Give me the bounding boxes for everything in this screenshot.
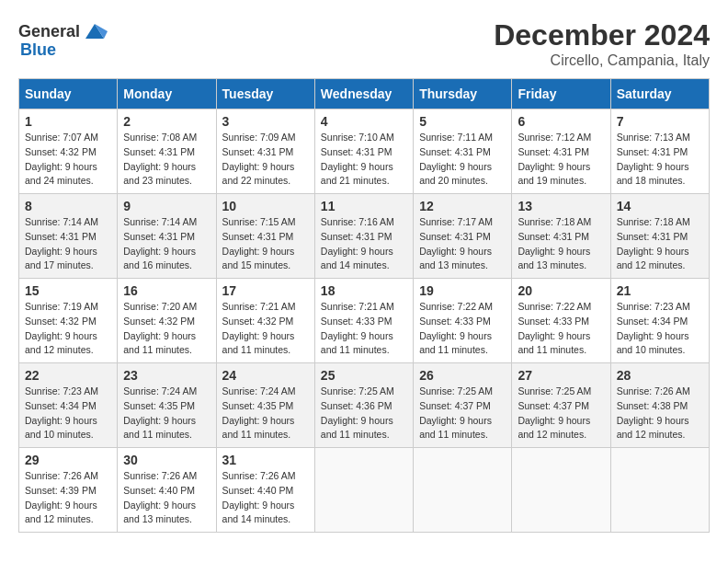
- day-number: 9: [123, 199, 210, 213]
- day-number: 3: [222, 114, 309, 129]
- day-info: Sunrise: 7:14 AMSunset: 4:31 PMDaylight:…: [123, 215, 210, 273]
- day-info: Sunrise: 7:14 AMSunset: 4:31 PMDaylight:…: [25, 215, 111, 273]
- day-info: Sunrise: 7:19 AMSunset: 4:32 PMDaylight:…: [25, 300, 111, 358]
- calendar-header-monday: Monday: [118, 79, 216, 109]
- calendar-day-cell: 24Sunrise: 7:24 AMSunset: 4:35 PMDayligh…: [216, 363, 314, 448]
- calendar-day-cell: 11Sunrise: 7:16 AMSunset: 4:31 PMDayligh…: [314, 194, 413, 279]
- day-info: Sunrise: 7:10 AMSunset: 4:31 PMDaylight:…: [321, 131, 407, 189]
- day-info: Sunrise: 7:18 AMSunset: 4:31 PMDaylight:…: [518, 215, 604, 273]
- calendar-day-cell: 5Sunrise: 7:11 AMSunset: 4:31 PMDaylight…: [414, 109, 512, 194]
- calendar-day-cell: 4Sunrise: 7:10 AMSunset: 4:31 PMDaylight…: [314, 109, 413, 194]
- calendar-day-cell: 7Sunrise: 7:13 AMSunset: 4:31 PMDaylight…: [610, 109, 709, 194]
- day-number: 27: [518, 368, 604, 383]
- day-number: 25: [321, 368, 407, 383]
- day-info: Sunrise: 7:25 AMSunset: 4:37 PMDaylight:…: [518, 385, 604, 442]
- day-number: 26: [419, 368, 506, 383]
- logo-general-text: General: [18, 22, 80, 41]
- calendar-day-cell: 9Sunrise: 7:14 AMSunset: 4:31 PMDaylight…: [118, 194, 216, 279]
- day-number: 8: [25, 199, 111, 213]
- day-info: Sunrise: 7:25 AMSunset: 4:37 PMDaylight:…: [419, 385, 506, 442]
- calendar-day-cell: 29Sunrise: 7:26 AMSunset: 4:39 PMDayligh…: [19, 448, 118, 533]
- calendar-day-cell: 31Sunrise: 7:26 AMSunset: 4:40 PMDayligh…: [216, 448, 314, 533]
- day-number: 15: [25, 283, 111, 298]
- calendar-day-cell: [414, 448, 512, 533]
- calendar-day-cell: 27Sunrise: 7:25 AMSunset: 4:37 PMDayligh…: [512, 363, 610, 448]
- calendar-header-wednesday: Wednesday: [314, 79, 413, 109]
- day-info: Sunrise: 7:25 AMSunset: 4:36 PMDaylight:…: [321, 385, 407, 442]
- calendar-day-cell: 16Sunrise: 7:20 AMSunset: 4:32 PMDayligh…: [118, 279, 216, 363]
- day-number: 30: [123, 453, 210, 467]
- calendar-day-cell: 8Sunrise: 7:14 AMSunset: 4:31 PMDaylight…: [19, 194, 118, 279]
- day-number: 1: [25, 114, 111, 129]
- calendar-week-row: 15Sunrise: 7:19 AMSunset: 4:32 PMDayligh…: [19, 279, 710, 363]
- calendar-day-cell: [512, 448, 610, 533]
- logo: General Blue: [18, 18, 108, 60]
- day-info: Sunrise: 7:21 AMSunset: 4:32 PMDaylight:…: [222, 300, 309, 358]
- calendar-day-cell: 3Sunrise: 7:09 AMSunset: 4:31 PMDaylight…: [216, 109, 314, 194]
- calendar-day-cell: 6Sunrise: 7:12 AMSunset: 4:31 PMDaylight…: [512, 109, 610, 194]
- day-info: Sunrise: 7:22 AMSunset: 4:33 PMDaylight:…: [419, 300, 506, 358]
- day-number: 29: [25, 453, 111, 467]
- day-info: Sunrise: 7:26 AMSunset: 4:39 PMDaylight:…: [25, 469, 111, 527]
- calendar-header-thursday: Thursday: [414, 79, 512, 109]
- calendar-day-cell: 1Sunrise: 7:07 AMSunset: 4:32 PMDaylight…: [19, 109, 118, 194]
- day-info: Sunrise: 7:09 AMSunset: 4:31 PMDaylight:…: [222, 131, 309, 189]
- day-info: Sunrise: 7:24 AMSunset: 4:35 PMDaylight:…: [222, 385, 309, 442]
- day-number: 31: [222, 453, 309, 467]
- calendar-day-cell: [610, 448, 709, 533]
- day-number: 5: [419, 114, 506, 129]
- calendar-header-saturday: Saturday: [610, 79, 709, 109]
- day-number: 16: [123, 283, 210, 298]
- calendar-day-cell: 21Sunrise: 7:23 AMSunset: 4:34 PMDayligh…: [610, 279, 709, 363]
- day-info: Sunrise: 7:15 AMSunset: 4:31 PMDaylight:…: [222, 215, 309, 273]
- logo-icon: [82, 18, 108, 44]
- day-info: Sunrise: 7:07 AMSunset: 4:32 PMDaylight:…: [25, 131, 111, 189]
- day-info: Sunrise: 7:11 AMSunset: 4:31 PMDaylight:…: [419, 131, 506, 189]
- day-info: Sunrise: 7:26 AMSunset: 4:40 PMDaylight:…: [123, 469, 210, 527]
- title-area: December 2024 Circello, Campania, Italy: [494, 18, 710, 69]
- calendar-day-cell: 2Sunrise: 7:08 AMSunset: 4:31 PMDaylight…: [118, 109, 216, 194]
- calendar-day-cell: 30Sunrise: 7:26 AMSunset: 4:40 PMDayligh…: [118, 448, 216, 533]
- calendar-day-cell: 26Sunrise: 7:25 AMSunset: 4:37 PMDayligh…: [414, 363, 512, 448]
- calendar-day-cell: 19Sunrise: 7:22 AMSunset: 4:33 PMDayligh…: [414, 279, 512, 363]
- calendar-week-row: 8Sunrise: 7:14 AMSunset: 4:31 PMDaylight…: [19, 194, 710, 279]
- calendar-day-cell: 15Sunrise: 7:19 AMSunset: 4:32 PMDayligh…: [19, 279, 118, 363]
- calendar-header-row: SundayMondayTuesdayWednesdayThursdayFrid…: [19, 79, 710, 109]
- day-info: Sunrise: 7:17 AMSunset: 4:31 PMDaylight:…: [419, 215, 506, 273]
- day-info: Sunrise: 7:26 AMSunset: 4:40 PMDaylight:…: [222, 469, 309, 527]
- calendar-day-cell: 13Sunrise: 7:18 AMSunset: 4:31 PMDayligh…: [512, 194, 610, 279]
- calendar-header-friday: Friday: [512, 79, 610, 109]
- calendar-day-cell: 23Sunrise: 7:24 AMSunset: 4:35 PMDayligh…: [118, 363, 216, 448]
- day-number: 18: [321, 283, 407, 298]
- day-number: 23: [123, 368, 210, 383]
- day-number: 14: [617, 199, 703, 213]
- calendar-day-cell: 10Sunrise: 7:15 AMSunset: 4:31 PMDayligh…: [216, 194, 314, 279]
- day-number: 7: [617, 114, 703, 129]
- day-number: 2: [123, 114, 210, 129]
- day-number: 21: [617, 283, 703, 298]
- day-info: Sunrise: 7:18 AMSunset: 4:31 PMDaylight:…: [617, 215, 703, 273]
- day-info: Sunrise: 7:26 AMSunset: 4:38 PMDaylight:…: [617, 385, 703, 442]
- calendar-header-tuesday: Tuesday: [216, 79, 314, 109]
- day-number: 10: [222, 199, 309, 213]
- day-number: 13: [518, 199, 604, 213]
- day-number: 6: [518, 114, 604, 129]
- calendar-day-cell: 14Sunrise: 7:18 AMSunset: 4:31 PMDayligh…: [610, 194, 709, 279]
- day-number: 11: [321, 199, 407, 213]
- day-number: 22: [25, 368, 111, 383]
- calendar-day-cell: [314, 448, 413, 533]
- day-info: Sunrise: 7:16 AMSunset: 4:31 PMDaylight:…: [321, 215, 407, 273]
- day-number: 19: [419, 283, 506, 298]
- day-info: Sunrise: 7:24 AMSunset: 4:35 PMDaylight:…: [123, 385, 210, 442]
- calendar-day-cell: 25Sunrise: 7:25 AMSunset: 4:36 PMDayligh…: [314, 363, 413, 448]
- day-info: Sunrise: 7:22 AMSunset: 4:33 PMDaylight:…: [518, 300, 604, 358]
- day-info: Sunrise: 7:20 AMSunset: 4:32 PMDaylight:…: [123, 300, 210, 358]
- day-info: Sunrise: 7:23 AMSunset: 4:34 PMDaylight:…: [617, 300, 703, 358]
- day-number: 12: [419, 199, 506, 213]
- day-info: Sunrise: 7:21 AMSunset: 4:33 PMDaylight:…: [321, 300, 407, 358]
- day-info: Sunrise: 7:13 AMSunset: 4:31 PMDaylight:…: [617, 131, 703, 189]
- calendar-week-row: 22Sunrise: 7:23 AMSunset: 4:34 PMDayligh…: [19, 363, 710, 448]
- calendar-week-row: 29Sunrise: 7:26 AMSunset: 4:39 PMDayligh…: [19, 448, 710, 533]
- calendar-table: SundayMondayTuesdayWednesdayThursdayFrid…: [18, 78, 710, 533]
- calendar-day-cell: 22Sunrise: 7:23 AMSunset: 4:34 PMDayligh…: [19, 363, 118, 448]
